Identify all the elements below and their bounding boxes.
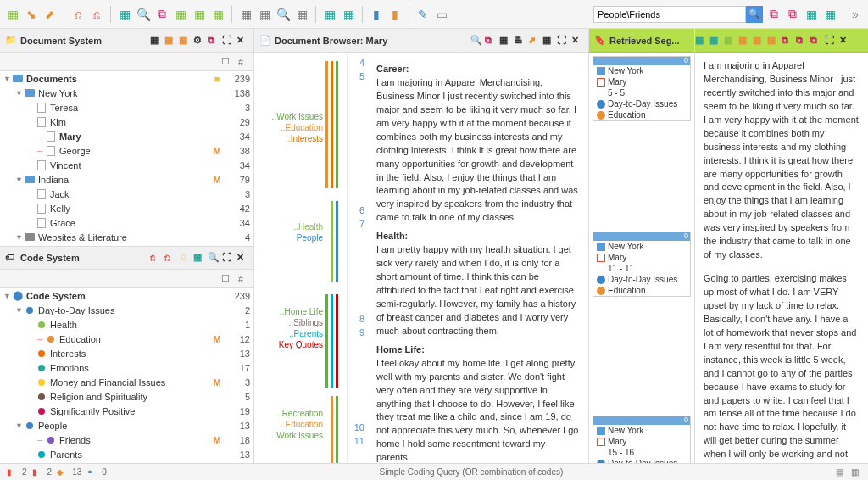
code-line[interactable] <box>331 201 333 282</box>
tree-row[interactable]: Kim 29 <box>0 114 253 129</box>
tool-r4-icon[interactable]: ▦ <box>822 7 837 22</box>
cs-tool1-icon[interactable]: ⎌ <box>150 252 162 264</box>
code-label[interactable]: ..Recreation <box>277 409 323 418</box>
tree-row[interactable]: Jack 3 <box>0 187 253 201</box>
sb-r2-icon[interactable]: ▥ <box>851 467 861 477</box>
code-line[interactable] <box>331 61 333 188</box>
br-tool2-icon[interactable]: ⧉ <box>485 35 497 47</box>
code-label[interactable]: ..Work Issues <box>272 112 323 121</box>
tree-row[interactable]: Emotions 17 <box>0 360 253 375</box>
rt-tool4-icon[interactable]: ▦ <box>738 35 750 47</box>
edit-icon[interactable]: ✎ <box>415 7 431 22</box>
tool-r1-icon[interactable]: ⧉ <box>766 7 782 22</box>
ds-tool5-icon[interactable]: ⧉ <box>208 35 220 47</box>
tree-row[interactable]: Vincent 34 <box>0 158 253 172</box>
code-line[interactable] <box>336 396 338 463</box>
tree-row[interactable]: Teresa 3 <box>0 100 253 114</box>
tree-row[interactable]: ▼ Indiana M 79 <box>0 172 253 187</box>
table-icon[interactable]: ▦ <box>117 7 132 22</box>
matrix2-icon[interactable]: ▦ <box>257 7 272 22</box>
page-blue-icon[interactable]: ▮ <box>369 7 384 22</box>
rt-tool2-icon[interactable]: ▦ <box>709 35 721 47</box>
code-label[interactable]: ..Home Life <box>280 307 323 316</box>
code-line[interactable] <box>331 294 333 388</box>
tree-row[interactable]: → Mary 34 <box>0 129 253 143</box>
tree-row[interactable]: → George M 38 <box>0 143 253 158</box>
code-label[interactable]: ..Interests <box>286 134 323 143</box>
cs-tool2-icon[interactable]: ⎌ <box>164 252 176 264</box>
cs-tool4-icon[interactable]: ▦ <box>193 252 205 264</box>
sb-r1-icon[interactable]: ▤ <box>836 467 846 477</box>
tool-r3-icon[interactable]: ▦ <box>804 7 819 22</box>
tree-row[interactable]: Interests 13 <box>0 346 253 360</box>
doc-action-icon[interactable]: ⎌ <box>70 7 86 22</box>
code-label[interactable]: ..Work Issues <box>272 431 323 440</box>
br-tool6-icon[interactable]: ▦ <box>542 35 554 47</box>
cs-close-icon[interactable]: ✕ <box>236 252 248 264</box>
rt-tool9-icon[interactable]: ⧉ <box>810 35 822 47</box>
ds-tool2-icon[interactable]: ▦ <box>164 35 176 47</box>
code-search-button[interactable]: 🔍 <box>746 6 763 23</box>
br-tool1-icon[interactable]: 🔍 <box>470 35 482 47</box>
code-action-icon[interactable]: ⎌ <box>89 7 104 22</box>
seg-card[interactable]: 0 New York Mary 5 - 5 Day-to-Day Issues … <box>593 56 691 121</box>
tree-row[interactable]: Religion and Spirituality 5 <box>0 389 253 404</box>
code-label[interactable]: ..Parents <box>289 329 323 338</box>
matrix4-icon[interactable]: ▦ <box>294 7 309 22</box>
ds-expand-icon[interactable]: ⛶ <box>222 35 234 47</box>
rt-tool5-icon[interactable]: ▦ <box>753 35 765 47</box>
tool-r2-icon[interactable]: ⧉ <box>785 7 800 22</box>
grid3-icon[interactable]: ▦ <box>210 7 225 22</box>
cs-tool3-icon[interactable]: ☺ <box>179 252 191 264</box>
code-label[interactable]: ..Siblings <box>288 318 323 327</box>
tree-row[interactable]: Health 1 <box>0 317 253 332</box>
search-icon[interactable]: 🔍 <box>136 7 151 22</box>
new-doc-icon[interactable]: ▦ <box>5 7 20 22</box>
tree-row[interactable]: Grace 34 <box>0 215 253 230</box>
page-orange-icon[interactable]: ▮ <box>387 7 403 22</box>
tree-row[interactable]: ▼ ⬤ Code System 239 <box>0 288 253 303</box>
tree-row[interactable]: ▼ Day-to-Day Issues 2 <box>0 303 253 317</box>
grid2-icon[interactable]: ▦ <box>192 7 207 22</box>
br-expand-icon[interactable]: ⛶ <box>557 35 569 47</box>
seg-card[interactable]: 0 New York Mary 15 - 16 Day-to-Day Issue… <box>593 416 691 463</box>
import-icon[interactable]: ⬊ <box>24 7 39 22</box>
rt-close-icon[interactable]: ✕ <box>839 35 851 47</box>
filter-icon[interactable]: ⧉ <box>154 7 170 22</box>
tree-row[interactable]: ▼ People 13 <box>0 418 253 433</box>
more-icon[interactable]: » <box>848 7 863 22</box>
matrix3-icon[interactable]: 🔍 <box>275 7 291 22</box>
tree-row[interactable]: Money and Financial Issues M 3 <box>0 375 253 389</box>
ds-close-icon[interactable]: ✕ <box>236 35 248 47</box>
code-label[interactable]: ..Health <box>294 222 323 232</box>
rt-expand-icon[interactable]: ⛶ <box>825 35 837 47</box>
ds-tool3-icon[interactable]: ▦ <box>179 35 191 47</box>
tree-row[interactable]: ▼ New York 138 <box>0 86 253 100</box>
seg-card[interactable]: 0 New York Mary 11 - 11 Day-to-Day Issue… <box>593 232 691 297</box>
ds-tool4-icon[interactable]: ⚙ <box>193 35 205 47</box>
tree-row[interactable]: → Education M 12 <box>0 332 253 346</box>
tree-row[interactable]: ▼ Documents ■ 239 <box>0 71 253 86</box>
rt-tool6-icon[interactable]: ▦ <box>767 35 779 47</box>
vis1-icon[interactable]: ▦ <box>322 7 337 22</box>
code-label[interactable]: ..Education <box>281 420 323 429</box>
br-print-icon[interactable]: 🖶 <box>514 35 526 47</box>
code-line[interactable] <box>326 294 328 388</box>
cs-expand-icon[interactable]: ⛶ <box>222 252 234 264</box>
vis2-icon[interactable]: ▦ <box>341 7 356 22</box>
br-close-icon[interactable]: ✕ <box>571 35 583 47</box>
tree-row[interactable]: Significantly Positive 19 <box>0 404 253 418</box>
code-label[interactable]: People <box>297 233 323 243</box>
tree-row[interactable]: ▼ Websites & Literature 4 <box>0 230 253 244</box>
rt-tool1-icon[interactable]: ▦ <box>695 35 707 47</box>
export-icon[interactable]: ⬈ <box>42 7 58 22</box>
tree-row[interactable]: Kelly 42 <box>0 201 253 215</box>
code-line[interactable] <box>326 61 328 188</box>
br-export-icon[interactable]: ⬈ <box>528 35 540 47</box>
grid1-icon[interactable]: ▦ <box>173 7 188 22</box>
br-tool3-icon[interactable]: ▦ <box>499 35 511 47</box>
code-label[interactable]: Key Quotes <box>279 340 323 349</box>
ds-tool1-icon[interactable]: ▦ <box>150 35 162 47</box>
tree-row[interactable]: Parents 13 <box>0 447 253 461</box>
layout-icon[interactable]: ▭ <box>434 7 449 22</box>
